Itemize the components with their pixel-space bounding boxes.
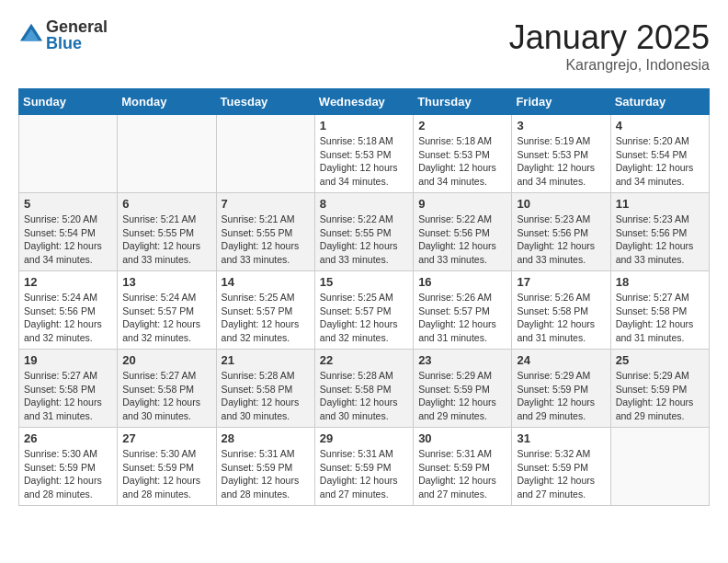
day-info: Sunrise: 5:20 AM Sunset: 5:54 PM Dayligh… — [24, 213, 112, 267]
calendar-day: 18Sunrise: 5:27 AM Sunset: 5:58 PM Dayli… — [610, 271, 709, 350]
calendar-day: 4Sunrise: 5:20 AM Sunset: 5:54 PM Daylig… — [610, 115, 709, 193]
day-number: 11 — [616, 197, 704, 211]
day-number: 28 — [222, 431, 310, 445]
calendar-day: 8Sunrise: 5:22 AM Sunset: 5:55 PM Daylig… — [314, 193, 413, 271]
day-info: Sunrise: 5:28 AM Sunset: 5:58 PM Dayligh… — [222, 369, 310, 423]
calendar-day: 29Sunrise: 5:31 AM Sunset: 5:59 PM Dayli… — [314, 428, 413, 506]
day-number: 1 — [320, 119, 408, 132]
day-number: 5 — [24, 197, 112, 211]
calendar-day: 1Sunrise: 5:18 AM Sunset: 5:53 PM Daylig… — [314, 115, 413, 193]
weekday-header: Monday — [118, 89, 216, 115]
day-number: 16 — [418, 275, 506, 289]
calendar-day: 6Sunrise: 5:21 AM Sunset: 5:55 PM Daylig… — [118, 193, 216, 271]
day-number: 25 — [616, 353, 704, 367]
calendar-day: 28Sunrise: 5:31 AM Sunset: 5:59 PM Dayli… — [216, 428, 314, 506]
calendar-day: 5Sunrise: 5:20 AM Sunset: 5:54 PM Daylig… — [19, 193, 118, 271]
day-number: 29 — [320, 431, 408, 445]
day-info: Sunrise: 5:22 AM Sunset: 5:56 PM Dayligh… — [418, 213, 506, 267]
logo-general: General — [46, 18, 108, 35]
calendar-day: 30Sunrise: 5:31 AM Sunset: 5:59 PM Dayli… — [414, 428, 512, 506]
day-info: Sunrise: 5:30 AM Sunset: 5:59 PM Dayligh… — [122, 447, 210, 501]
day-info: Sunrise: 5:27 AM Sunset: 5:58 PM Dayligh… — [24, 369, 112, 423]
weekday-header: Tuesday — [216, 89, 314, 115]
title-section: January 2025 Karangrejo, Indonesia — [509, 18, 710, 74]
day-info: Sunrise: 5:27 AM Sunset: 5:58 PM Dayligh… — [122, 369, 210, 423]
logo-icon — [18, 22, 44, 48]
weekday-header: Saturday — [610, 89, 709, 115]
calendar-day: 9Sunrise: 5:22 AM Sunset: 5:56 PM Daylig… — [414, 193, 512, 271]
day-number: 6 — [122, 197, 210, 211]
day-info: Sunrise: 5:31 AM Sunset: 5:59 PM Dayligh… — [222, 447, 310, 501]
location: Karangrejo, Indonesia — [509, 57, 710, 74]
day-number: 12 — [24, 275, 112, 289]
day-number: 9 — [418, 197, 506, 211]
day-number: 20 — [122, 353, 210, 367]
calendar-week: 26Sunrise: 5:30 AM Sunset: 5:59 PM Dayli… — [19, 428, 710, 506]
day-number: 24 — [517, 353, 605, 367]
calendar-day: 2Sunrise: 5:18 AM Sunset: 5:53 PM Daylig… — [414, 115, 512, 193]
logo-text: General Blue — [46, 18, 108, 52]
calendar-day: 7Sunrise: 5:21 AM Sunset: 5:55 PM Daylig… — [216, 193, 314, 271]
day-number: 31 — [517, 431, 605, 445]
calendar-day: 12Sunrise: 5:24 AM Sunset: 5:56 PM Dayli… — [19, 271, 118, 350]
day-info: Sunrise: 5:30 AM Sunset: 5:59 PM Dayligh… — [24, 447, 112, 501]
weekday-header: Friday — [512, 89, 610, 115]
day-info: Sunrise: 5:19 AM Sunset: 5:53 PM Dayligh… — [517, 134, 605, 189]
day-number: 22 — [320, 353, 408, 367]
calendar-day: 10Sunrise: 5:23 AM Sunset: 5:56 PM Dayli… — [512, 193, 610, 271]
calendar-day: 11Sunrise: 5:23 AM Sunset: 5:56 PM Dayli… — [610, 193, 709, 271]
day-info: Sunrise: 5:21 AM Sunset: 5:55 PM Dayligh… — [122, 213, 210, 267]
day-number: 27 — [122, 431, 210, 445]
day-info: Sunrise: 5:27 AM Sunset: 5:58 PM Dayligh… — [616, 291, 704, 345]
calendar-day: 25Sunrise: 5:29 AM Sunset: 5:59 PM Dayli… — [610, 350, 709, 428]
calendar: SundayMondayTuesdayWednesdayThursdayFrid… — [18, 88, 710, 506]
day-info: Sunrise: 5:25 AM Sunset: 5:57 PM Dayligh… — [222, 291, 310, 345]
calendar-day: 31Sunrise: 5:32 AM Sunset: 5:59 PM Dayli… — [512, 428, 610, 506]
day-number: 10 — [517, 197, 605, 211]
day-info: Sunrise: 5:25 AM Sunset: 5:57 PM Dayligh… — [320, 291, 408, 345]
calendar-day: 13Sunrise: 5:24 AM Sunset: 5:57 PM Dayli… — [118, 271, 216, 350]
page-header: General Blue January 2025 Karangrejo, In… — [18, 18, 710, 74]
day-info: Sunrise: 5:23 AM Sunset: 5:56 PM Dayligh… — [616, 213, 704, 267]
day-number: 30 — [418, 431, 506, 445]
logo-blue: Blue — [46, 35, 108, 52]
day-number: 23 — [418, 353, 506, 367]
calendar-day: 26Sunrise: 5:30 AM Sunset: 5:59 PM Dayli… — [19, 428, 118, 506]
logo: General Blue — [18, 18, 108, 52]
day-info: Sunrise: 5:31 AM Sunset: 5:59 PM Dayligh… — [418, 447, 506, 501]
day-number: 2 — [418, 119, 506, 132]
day-number: 3 — [517, 119, 605, 132]
day-info: Sunrise: 5:31 AM Sunset: 5:59 PM Dayligh… — [320, 447, 408, 501]
day-info: Sunrise: 5:24 AM Sunset: 5:56 PM Dayligh… — [24, 291, 112, 345]
day-number: 4 — [616, 119, 704, 132]
weekday-header: Sunday — [19, 89, 118, 115]
day-info: Sunrise: 5:26 AM Sunset: 5:58 PM Dayligh… — [517, 291, 605, 345]
day-number: 17 — [517, 275, 605, 289]
calendar-week: 5Sunrise: 5:20 AM Sunset: 5:54 PM Daylig… — [19, 193, 710, 271]
day-number: 14 — [222, 275, 310, 289]
weekday-header: Wednesday — [314, 89, 413, 115]
calendar-day: 22Sunrise: 5:28 AM Sunset: 5:58 PM Dayli… — [314, 350, 413, 428]
calendar-week: 19Sunrise: 5:27 AM Sunset: 5:58 PM Dayli… — [19, 350, 710, 428]
calendar-day — [216, 115, 314, 193]
calendar-day: 17Sunrise: 5:26 AM Sunset: 5:58 PM Dayli… — [512, 271, 610, 350]
calendar-day: 3Sunrise: 5:19 AM Sunset: 5:53 PM Daylig… — [512, 115, 610, 193]
calendar-day — [610, 428, 709, 506]
day-number: 13 — [122, 275, 210, 289]
calendar-week: 1Sunrise: 5:18 AM Sunset: 5:53 PM Daylig… — [19, 115, 710, 193]
day-info: Sunrise: 5:23 AM Sunset: 5:56 PM Dayligh… — [517, 213, 605, 267]
calendar-day: 16Sunrise: 5:26 AM Sunset: 5:57 PM Dayli… — [414, 271, 512, 350]
month-title: January 2025 — [509, 18, 710, 57]
day-info: Sunrise: 5:18 AM Sunset: 5:53 PM Dayligh… — [320, 134, 408, 189]
day-number: 15 — [320, 275, 408, 289]
day-info: Sunrise: 5:29 AM Sunset: 5:59 PM Dayligh… — [418, 369, 506, 423]
weekday-header: Thursday — [414, 89, 512, 115]
day-info: Sunrise: 5:29 AM Sunset: 5:59 PM Dayligh… — [616, 369, 704, 423]
calendar-header: SundayMondayTuesdayWednesdayThursdayFrid… — [19, 89, 710, 115]
calendar-day: 15Sunrise: 5:25 AM Sunset: 5:57 PM Dayli… — [314, 271, 413, 350]
day-number: 19 — [24, 353, 112, 367]
day-number: 8 — [320, 197, 408, 211]
day-number: 21 — [222, 353, 310, 367]
calendar-body: 1Sunrise: 5:18 AM Sunset: 5:53 PM Daylig… — [19, 115, 710, 506]
calendar-day: 21Sunrise: 5:28 AM Sunset: 5:58 PM Dayli… — [216, 350, 314, 428]
